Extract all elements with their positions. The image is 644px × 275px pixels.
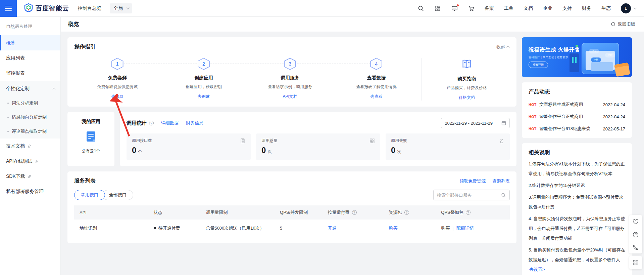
status-cell: 待开通付费 [148, 225, 201, 231]
related-notes-card: 相关说明 1.依存句法分析V1版本计划下线，为了保证您的正常使用，请尽快迁移至依… [522, 143, 632, 275]
tab-common-api[interactable]: 常用接口 [74, 190, 105, 200]
view-data-link[interactable]: 去查看 [370, 94, 382, 100]
floating-side-toolbar [629, 215, 642, 269]
logo-text: 百度智能云 [36, 4, 69, 13]
nav-link-caiwu[interactable]: 财务 [582, 5, 591, 11]
sidebar-item-overview[interactable]: 概览 [0, 35, 60, 50]
step-desc: 创建应用，获取密钥 [186, 84, 222, 90]
stat-unit: 次 [267, 149, 271, 155]
hot-badge: HOT [529, 127, 536, 131]
sidebar-item-label: 评论观点抽取定制 [12, 128, 47, 134]
back-to-old-version-link[interactable]: 返回旧版 [611, 21, 635, 27]
nav-link-qiye[interactable]: 企业 [543, 5, 552, 11]
detailed-data-link[interactable]: 详细数据 [161, 120, 179, 126]
sidebar-item-opinion-custom[interactable]: 评论观点抽取定制 [0, 124, 60, 139]
create-app-link[interactable]: 去创建 [198, 94, 210, 100]
divider [422, 58, 422, 101]
divider: | [452, 226, 453, 231]
tab-all-api[interactable]: 全部接口 [102, 190, 133, 200]
enable-postpaid-link[interactable]: 开通 [328, 225, 337, 231]
service-search [433, 190, 510, 200]
sidebar-item-sdk-download[interactable]: SDK下载 [0, 169, 60, 184]
column-header: 调用量限制 [200, 209, 275, 215]
product-news-title: 产品动态 [529, 88, 625, 95]
phone-contact-icon[interactable] [629, 241, 642, 253]
services-table: API 状态 调用量限制 QPS/并发限制 按量后付费 资源包 QPS叠加包 地… [74, 205, 510, 237]
sidebar-item-customization[interactable]: 个性化定制 [0, 81, 60, 96]
help-icon[interactable] [352, 210, 357, 215]
date-range-picker[interactable]: 2022-11-29 - 2022-11-29 [441, 118, 510, 128]
calendar-icon [501, 121, 506, 125]
finance-info-link[interactable]: 财务信息 [186, 120, 203, 126]
go-settings-link[interactable]: 去设置> [529, 267, 545, 272]
banner-card-illustration [591, 62, 613, 71]
sidebar-item-tech-docs[interactable]: 技术文档 [0, 139, 60, 154]
sidebar-item-sentiment-custom[interactable]: 情感倾向分析定制 [0, 110, 60, 124]
favorite-heart-icon[interactable] [629, 215, 642, 228]
service-list-card: 服务列表 领取免费资源 资源列表 常用接口 全部接口 [67, 171, 516, 243]
chevron-up-icon [506, 46, 510, 49]
collapse-button[interactable]: 收起 [496, 44, 510, 50]
news-link[interactable]: 智能创作平台618钜惠来袭 [539, 126, 599, 132]
column-header: 资源包 [384, 209, 436, 215]
cart-icon[interactable] [468, 5, 475, 12]
user-menu[interactable]: L [621, 3, 636, 13]
help-icon[interactable] [404, 210, 409, 215]
search-icon[interactable] [417, 5, 424, 12]
promo-banner[interactable]: 七夕 立秋 中秋 祝福语生成 火爆开售 营销推广｜展厅互动｜教育教学 查看详情 [522, 37, 632, 77]
step-title: 调用服务 [281, 75, 299, 81]
chevron-down-icon [634, 6, 637, 9]
note-item: 3.调用量的扣费顺序为：免费测试资源->预付费次数包->后付费 [529, 192, 625, 212]
claim-free-link[interactable]: 去领取 [111, 94, 123, 100]
banner-detail-button[interactable]: 查看详情 [529, 62, 548, 68]
sidebar-item-api-debug[interactable]: API在线调试 [0, 154, 60, 169]
news-item: HOT 智能创作平台618钜惠来袭 2022-05-17 [529, 126, 625, 132]
buy-addon-link[interactable]: 购买 [441, 225, 450, 231]
nav-link-shengtai[interactable]: 生态 [601, 5, 611, 11]
step-desc: 查看请求示例，调用服务 [268, 84, 312, 90]
stat-box-total-calls: 调用总量 0 次 [256, 133, 380, 160]
help-question-icon[interactable] [629, 228, 642, 241]
news-link[interactable]: 文章标题生成正式商用 [539, 102, 599, 108]
stat-box-api-count: 调用接口数 0 个 [127, 133, 251, 160]
sidebar-item-label: 情感倾向分析定制 [12, 114, 47, 120]
quota-detail-link[interactable]: 配额详情 [456, 225, 474, 231]
help-icon[interactable] [149, 121, 154, 125]
sidebar-item-label: 私有部署服务管理 [6, 189, 44, 195]
news-date: 2022-04-24 [603, 102, 626, 107]
news-link[interactable]: 智能创作平台正式商用 [539, 114, 599, 120]
api-docs-link[interactable]: API文档 [283, 94, 297, 100]
nav-link-beian[interactable]: 备案 [485, 5, 494, 11]
avatar[interactable]: L [621, 3, 631, 13]
stat-value: 0 [261, 146, 266, 155]
search-input[interactable] [437, 193, 501, 198]
message-icon[interactable] [451, 5, 458, 12]
apps-grid-icon[interactable] [434, 5, 441, 12]
notification-dot [457, 4, 459, 6]
page-title: 概览 [68, 21, 79, 28]
console-overview-link[interactable]: 控制台总览 [78, 5, 101, 11]
sidebar-item-app-list[interactable]: 应用列表 [0, 50, 60, 66]
resource-list-link[interactable]: 资源列表 [492, 178, 510, 184]
sidebar-item-private-deploy[interactable]: 私有部署服务管理 [0, 184, 60, 199]
buy-package-link[interactable]: 购买 [389, 225, 398, 231]
nav-link-zhichi[interactable]: 支持 [562, 5, 572, 11]
claim-free-resources-link[interactable]: 领取免费资源 [459, 178, 486, 184]
region-selector[interactable]: 全局 [110, 3, 132, 13]
nav-link-wendang[interactable]: 文档 [524, 5, 533, 11]
baidu-cloud-logo[interactable]: 百度智能云 [24, 3, 69, 13]
nav-link-gongdan[interactable]: 工单 [504, 5, 513, 11]
sidebar-item-lexical-custom[interactable]: 词法分析定制 [0, 96, 60, 110]
stat-label: 调用接口数 [132, 138, 152, 144]
sidebar-item-monitor-report[interactable]: 监控报表 [0, 66, 60, 81]
step-number-hexagon-icon: 1 [111, 58, 123, 70]
sidebar-group-customization: 个性化定制 词法分析定制 情感倾向分析定制 评论观点抽取定制 [0, 81, 60, 139]
price-docs-link[interactable]: 价格文档 [459, 95, 475, 101]
help-icon[interactable] [466, 210, 470, 215]
mini-program-grid-icon[interactable] [629, 256, 642, 269]
search-icon[interactable] [501, 193, 506, 198]
page-header: 概览 返回旧版 [61, 17, 644, 32]
app-document-icon [85, 131, 97, 144]
hamburger-menu-icon[interactable] [0, 0, 17, 17]
note-item: 1.依存句法分析V1版本计划下线，为了保证您的正常使用，请尽快迁移至依存句法分析… [529, 159, 625, 179]
